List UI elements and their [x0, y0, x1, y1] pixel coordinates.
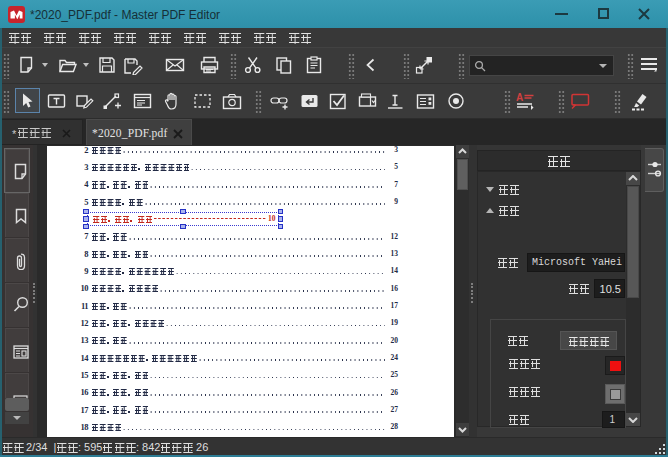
- svg-text:A: A: [516, 92, 523, 103]
